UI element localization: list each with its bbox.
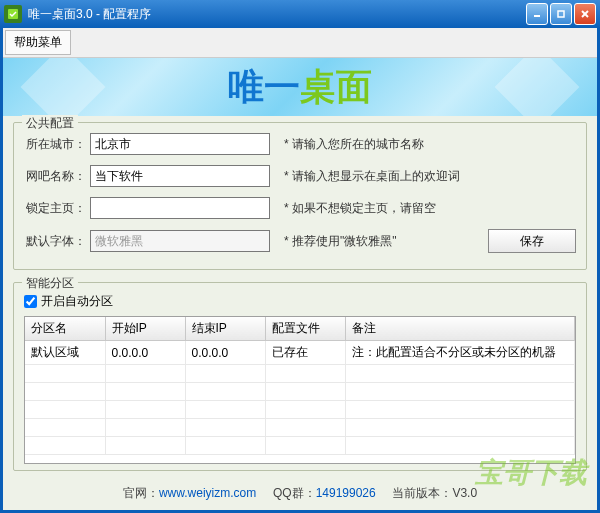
- table-row[interactable]: [25, 437, 575, 455]
- maximize-button[interactable]: [550, 3, 572, 25]
- footer: 官网：www.weiyizm.com QQ群：149199026 当前版本：V3…: [3, 477, 597, 510]
- bar-input[interactable]: [90, 165, 270, 187]
- col-remark[interactable]: 备注: [345, 317, 575, 341]
- site-label: 官网：: [123, 486, 159, 500]
- auto-zone-checkbox[interactable]: [24, 295, 37, 308]
- lock-label: 锁定主页：: [24, 200, 86, 217]
- zone-table[interactable]: 分区名 开始IP 结束IP 配置文件 备注 默认区域 0.0.0.0 0.0.0…: [24, 316, 576, 464]
- app-icon: [4, 5, 22, 23]
- table-row[interactable]: [25, 365, 575, 383]
- version-value: V3.0: [452, 486, 477, 500]
- app-window: 唯一桌面3.0 - 配置程序 帮助菜单 唯一桌面 公共配置 所在城市： * 请输…: [0, 0, 600, 513]
- table-header-row: 分区名 开始IP 结束IP 配置文件 备注: [25, 317, 575, 341]
- table-row[interactable]: [25, 419, 575, 437]
- bar-hint: * 请输入想显示在桌面上的欢迎词: [284, 168, 460, 185]
- qq-link[interactable]: 149199026: [316, 486, 376, 500]
- qq-label: QQ群：: [273, 486, 316, 500]
- minimize-button[interactable]: [526, 3, 548, 25]
- col-config[interactable]: 配置文件: [265, 317, 345, 341]
- smart-zone-legend: 智能分区: [22, 275, 78, 292]
- site-link[interactable]: www.weiyizm.com: [159, 486, 256, 500]
- col-zone-name[interactable]: 分区名: [25, 317, 105, 341]
- font-hint: * 推荐使用"微软雅黑": [284, 233, 397, 250]
- col-start-ip[interactable]: 开始IP: [105, 317, 185, 341]
- lock-input[interactable]: [90, 197, 270, 219]
- close-button[interactable]: [574, 3, 596, 25]
- window-title: 唯一桌面3.0 - 配置程序: [28, 6, 526, 23]
- client-area: 帮助菜单 唯一桌面 公共配置 所在城市： * 请输入您所在的城市名称 网吧名称：…: [0, 28, 600, 513]
- table-row[interactable]: [25, 383, 575, 401]
- smart-zone-group: 智能分区 开启自动分区 分区名 开始IP 结束IP 配置文件 备注: [13, 282, 587, 471]
- font-input[interactable]: [90, 230, 270, 252]
- save-button[interactable]: 保存: [488, 229, 576, 253]
- city-label: 所在城市：: [24, 136, 86, 153]
- banner-logo: 唯一桌面: [228, 63, 372, 112]
- public-config-group: 公共配置 所在城市： * 请输入您所在的城市名称 网吧名称： * 请输入想显示在…: [13, 122, 587, 270]
- city-input[interactable]: [90, 133, 270, 155]
- banner: 唯一桌面: [3, 58, 597, 116]
- auto-zone-label: 开启自动分区: [41, 293, 113, 310]
- table-row[interactable]: [25, 401, 575, 419]
- city-hint: * 请输入您所在的城市名称: [284, 136, 424, 153]
- bar-label: 网吧名称：: [24, 168, 86, 185]
- table-row[interactable]: 默认区域 0.0.0.0 0.0.0.0 已存在 注：此配置适合不分区或未分区的…: [25, 341, 575, 365]
- svg-rect-2: [558, 11, 564, 17]
- lock-hint: * 如果不想锁定主页，请留空: [284, 200, 436, 217]
- menubar: 帮助菜单: [3, 28, 597, 58]
- col-end-ip[interactable]: 结束IP: [185, 317, 265, 341]
- font-label: 默认字体：: [24, 233, 86, 250]
- version-label: 当前版本：: [392, 486, 452, 500]
- public-config-legend: 公共配置: [22, 115, 78, 132]
- help-menu[interactable]: 帮助菜单: [5, 30, 71, 55]
- titlebar[interactable]: 唯一桌面3.0 - 配置程序: [0, 0, 600, 28]
